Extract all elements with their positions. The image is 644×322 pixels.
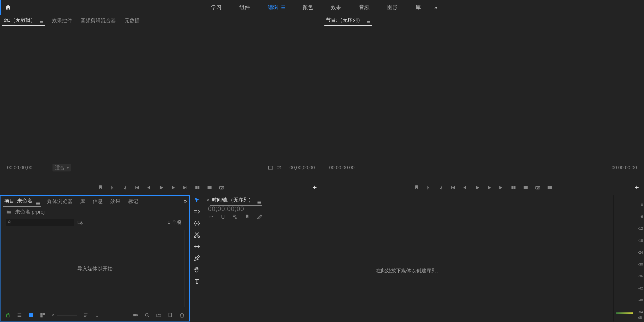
tab-library[interactable]: 库 <box>80 198 85 205</box>
program-tc-out[interactable]: 00:00:00:00 <box>612 165 637 170</box>
icon-view-icon[interactable] <box>28 312 34 318</box>
step-back-icon[interactable] <box>146 185 152 190</box>
go-to-out-icon[interactable] <box>183 185 188 190</box>
ws-tab-editing[interactable]: 编辑 <box>259 0 294 15</box>
export-frame-icon[interactable] <box>535 185 540 190</box>
new-item-icon[interactable] <box>168 312 173 318</box>
panel-menu-icon[interactable] <box>367 21 370 24</box>
source-fit-dropdown[interactable]: 适合 <box>53 164 71 171</box>
new-search-bin-icon[interactable] <box>77 220 83 225</box>
svg-rect-19 <box>43 313 45 315</box>
add-marker-icon[interactable] <box>414 185 419 190</box>
mark-in-icon[interactable] <box>110 185 115 190</box>
razor-tool[interactable] <box>193 231 200 239</box>
timeline-drop-area[interactable]: 在此处放下媒体以创建序列。 <box>204 220 613 321</box>
tab-timeline[interactable]: 时间轴:（无序列） <box>212 196 261 204</box>
tab-metadata[interactable]: 元数据 <box>124 17 140 24</box>
sort-dropdown-icon[interactable]: ⌄ <box>95 312 99 318</box>
meter-tick: -6 <box>638 215 643 219</box>
step-back-icon[interactable] <box>462 185 468 190</box>
freeform-view-icon[interactable] <box>40 312 45 318</box>
program-timebar[interactable] <box>322 173 644 180</box>
slip-tool[interactable] <box>193 243 200 250</box>
tab-info[interactable]: 信息 <box>93 198 103 205</box>
tab-audio-clip-mixer[interactable]: 音频剪辑混合器 <box>81 17 116 24</box>
zoom-slider[interactable] <box>51 313 77 317</box>
project-lock-icon[interactable] <box>5 312 11 318</box>
program-tc-in[interactable]: 00:00:00:00 <box>329 165 354 170</box>
mark-out-icon[interactable] <box>438 185 444 190</box>
extract-icon[interactable] <box>523 185 528 190</box>
timeline-close-button[interactable]: × <box>207 198 209 203</box>
tab-media-browser[interactable]: 媒体浏览器 <box>47 198 72 205</box>
ws-tab-graphics[interactable]: 图形 <box>378 0 407 15</box>
selection-tool[interactable] <box>193 197 200 204</box>
mark-out-icon[interactable] <box>122 185 127 190</box>
play-icon[interactable] <box>158 185 164 190</box>
tab-markers[interactable]: 标记 <box>128 198 138 205</box>
program-button-editor[interactable]: + <box>634 184 639 191</box>
panel-menu-icon[interactable] <box>36 202 40 205</box>
hand-tool[interactable] <box>193 266 200 273</box>
delete-icon[interactable] <box>179 312 185 318</box>
ws-tab-color[interactable]: 颜色 <box>294 0 322 15</box>
ws-tab-library[interactable]: 库 <box>407 0 430 15</box>
ws-tab-assembly[interactable]: 组件 <box>230 0 259 15</box>
track-select-tool[interactable] <box>193 208 200 215</box>
ws-overflow-button[interactable]: » <box>430 0 442 15</box>
overwrite-icon[interactable] <box>207 185 212 190</box>
project-drop-area[interactable]: 导入媒体以开始 <box>5 230 185 307</box>
go-to-out-icon[interactable] <box>499 185 504 190</box>
type-tool[interactable] <box>193 278 200 285</box>
pen-tool[interactable] <box>193 255 200 262</box>
ws-tab-effects[interactable]: 效果 <box>322 0 350 15</box>
program-meta-row: 00:00:00:00 00:00:00:00 <box>322 163 644 173</box>
add-marker-icon[interactable] <box>98 185 103 190</box>
source-resolution-icon[interactable] <box>268 165 273 170</box>
tl-snap-icon[interactable] <box>220 214 226 220</box>
source-tc-in[interactable]: 00;00;00;00 <box>7 165 32 170</box>
tl-settings-icon[interactable] <box>256 214 262 220</box>
insert-icon[interactable] <box>195 185 200 190</box>
ripple-edit-tool[interactable] <box>193 220 200 227</box>
ws-tab-audio[interactable]: 音频 <box>350 0 378 15</box>
panel-menu-icon[interactable] <box>40 21 43 24</box>
find-icon[interactable] <box>144 312 150 318</box>
source-timebar[interactable] <box>0 173 322 180</box>
timeline-timecode[interactable]: 00;00;00;00 <box>208 205 609 213</box>
sort-icon[interactable] <box>83 312 89 318</box>
svg-rect-2 <box>197 186 199 189</box>
home-button[interactable] <box>0 0 15 15</box>
tl-add-marker-icon[interactable] <box>244 214 250 220</box>
step-fwd-icon[interactable] <box>486 185 492 190</box>
go-to-in-icon[interactable] <box>450 185 456 190</box>
mark-in-icon[interactable] <box>426 185 431 190</box>
step-fwd-icon[interactable] <box>170 185 176 190</box>
program-video-area[interactable] <box>322 26 644 163</box>
tab-effects[interactable]: 效果 <box>110 198 120 205</box>
tab-effect-controls[interactable]: 效果控件 <box>52 17 72 24</box>
audio-meter[interactable]: 0 -6 -12 -18 -24 -30 -36 -42 -48 -54 dB <box>614 195 644 321</box>
source-button-editor[interactable]: + <box>312 184 317 191</box>
panel-menu-icon[interactable] <box>257 201 261 204</box>
list-view-icon[interactable] <box>17 312 22 318</box>
go-to-in-icon[interactable] <box>134 185 140 190</box>
source-settings-icon[interactable] <box>276 165 282 170</box>
export-frame-icon[interactable] <box>219 185 224 190</box>
project-overflow-button[interactable]: » <box>184 198 187 204</box>
source-video-area[interactable] <box>0 26 322 163</box>
automate-to-seq-icon[interactable] <box>133 312 138 318</box>
tab-source-clip[interactable]: 源:（无剪辑） <box>4 17 43 24</box>
comparison-view-icon[interactable] <box>547 185 553 190</box>
source-tc-out[interactable]: 00;00;00;00 <box>290 165 315 170</box>
play-icon[interactable] <box>474 185 480 190</box>
tab-program[interactable]: 节目:（无序列） <box>326 17 370 24</box>
project-search-input[interactable] <box>6 219 74 226</box>
lift-icon[interactable] <box>511 185 516 190</box>
ws-tab-menu-icon[interactable] <box>281 6 285 9</box>
new-bin-icon[interactable] <box>156 312 162 318</box>
tl-insert-mode-icon[interactable] <box>208 214 214 220</box>
ws-tab-learn[interactable]: 学习 <box>202 0 230 15</box>
tl-linked-sel-icon[interactable] <box>232 214 238 220</box>
tab-project[interactable]: 项目: 未命名 <box>4 197 40 205</box>
